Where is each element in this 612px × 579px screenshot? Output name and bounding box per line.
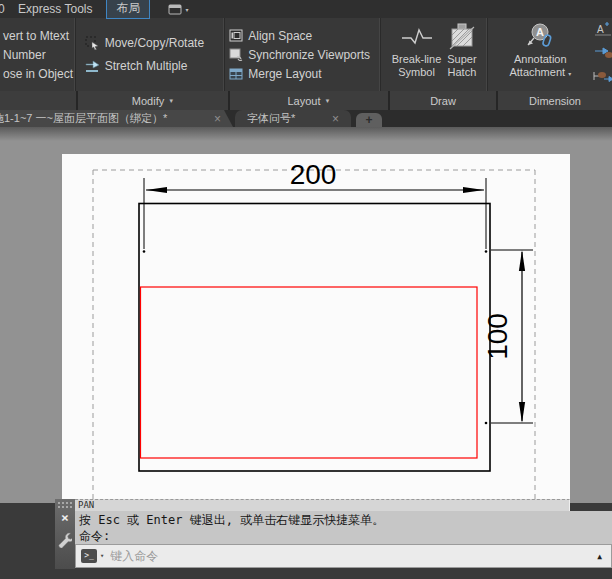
break-line-icon <box>400 21 434 53</box>
command-close-button[interactable]: × <box>55 510 75 526</box>
synchronize-viewports-icon <box>229 48 243 61</box>
drag-grip-icon[interactable] <box>58 502 60 504</box>
close-icon[interactable]: × <box>214 114 221 124</box>
align-space-button[interactable]: Align Space <box>229 29 380 43</box>
synchronize-viewports-button[interactable]: Synchronize Viewports <box>229 48 380 62</box>
command-history-row: PAN <box>75 499 570 511</box>
drawing-canvas[interactable] <box>0 127 612 503</box>
command-prompt-message: 按 Esc 或 Enter 键退出, 或单击右键显示快捷菜单。 <box>79 512 612 528</box>
command-input[interactable] <box>110 549 597 563</box>
ribbon-tab-layout-cn[interactable]: 布局 <box>106 0 150 19</box>
dimension-edit-icon-clipped[interactable] <box>593 70 612 82</box>
ribbon-tab-express-tools[interactable]: Express Tools <box>10 1 100 17</box>
chevron-down-icon[interactable]: ▾ <box>100 552 104 560</box>
active-command-name: PAN <box>75 500 569 511</box>
file-tab-roof-plan[interactable]: 施1-1~7 一~屋面层平面图（绑定）* × <box>0 110 233 127</box>
command-prompt-icon[interactable]: >_ <box>81 549 97 563</box>
align-space-icon <box>229 29 243 42</box>
command-window-rail[interactable]: × <box>55 499 75 569</box>
file-tab-font-question[interactable]: 字体问号* × <box>235 110 351 127</box>
chevron-down-icon: ▼ <box>325 98 331 104</box>
panel-draw: Break-line Symbol Super Hatch <box>381 18 488 91</box>
ribbon-minimize-control[interactable]: ▾ <box>168 4 188 15</box>
ribbon-tab-strip: 0 Express Tools 布局 ▾ <box>0 0 612 18</box>
expand-history-icon[interactable]: ▲ <box>597 552 602 561</box>
annotation-attachment-button[interactable]: A Annotation Attachment ▾ <box>507 21 573 81</box>
canvas-top-shadow <box>0 127 612 141</box>
stretch-multiple-icon <box>85 60 100 73</box>
move-copy-rotate-icon <box>85 36 100 50</box>
paper-sheet <box>62 154 570 503</box>
new-drawing-tab-button[interactable]: + <box>356 113 382 127</box>
clipped-dimension-icons: A <box>593 18 612 91</box>
super-hatch-icon <box>449 21 475 53</box>
command-label: 命令: <box>79 528 612 544</box>
ribbon: 0 Express Tools 布局 ▾ vert to Mtext Numbe… <box>0 0 612 110</box>
wrench-icon[interactable] <box>58 532 72 548</box>
break-line-symbol-button[interactable]: Break-line Symbol <box>390 21 444 79</box>
panel-modify: Move/Copy/Rotate Stretch Multiple <box>76 18 226 91</box>
ribbon-panels: vert to Mtext Number ose in Object Move/… <box>0 18 612 91</box>
dimension-tool-icon-clipped[interactable]: A <box>593 22 612 36</box>
svg-text:A: A <box>536 26 544 38</box>
merge-layout-button[interactable]: Merge Layout <box>229 67 380 81</box>
move-copy-rotate-button[interactable]: Move/Copy/Rotate <box>85 36 225 50</box>
panel-label-dimension[interactable]: Dimension <box>498 91 612 110</box>
ribbon-panel-labels: Modify▼ Layout▼ Draw Dimension <box>0 91 612 110</box>
close-icon[interactable]: × <box>332 114 339 124</box>
auto-number-button[interactable]: Number <box>3 48 75 62</box>
panel-label-clipped <box>0 91 78 110</box>
command-window: × PAN 按 Esc 或 Enter 键退出, 或单击右键显示快捷菜单。 命令… <box>55 499 612 569</box>
svg-text:A: A <box>597 24 604 35</box>
chevron-down-icon: ▾ <box>568 71 571 77</box>
chevron-down-icon: ▼ <box>168 98 174 104</box>
super-hatch-button[interactable]: Super Hatch <box>445 21 478 79</box>
annotation-attachment-icon: A <box>523 21 557 53</box>
panel-label-modify[interactable]: Modify▼ <box>78 91 230 110</box>
command-messages: 按 Esc 或 Enter 键退出, 或单击右键显示快捷菜单。 命令: <box>75 511 612 544</box>
dimension-update-icon-clipped[interactable] <box>593 47 612 59</box>
ribbon-tab-clipped[interactable]: 0 <box>0 2 10 16</box>
command-input-row: >_ ▾ ▲ <box>75 544 612 568</box>
convert-to-mtext-button[interactable]: vert to Mtext <box>3 29 75 43</box>
file-tab-bar: 施1-1~7 一~屋面层平面图（绑定）* × 字体问号* × + <box>0 110 612 127</box>
panel-layout: Align Space Synchronize Viewports Merge … <box>225 18 381 91</box>
enclose-in-object-button[interactable]: ose in Object <box>3 67 75 81</box>
panel-text-clipped: vert to Mtext Number ose in Object <box>0 18 76 91</box>
panel-label-layout[interactable]: Layout▼ <box>230 91 390 110</box>
chevron-down-icon[interactable]: ▾ <box>185 6 188 13</box>
stretch-multiple-button[interactable]: Stretch Multiple <box>85 59 225 73</box>
merge-layout-icon <box>229 68 243 80</box>
ribbon-minimize-icon <box>168 4 182 15</box>
plus-icon: + <box>365 113 372 127</box>
panel-label-draw[interactable]: Draw <box>390 91 498 110</box>
panel-dimension: A Annotation Attachment ▾ <box>488 18 593 91</box>
